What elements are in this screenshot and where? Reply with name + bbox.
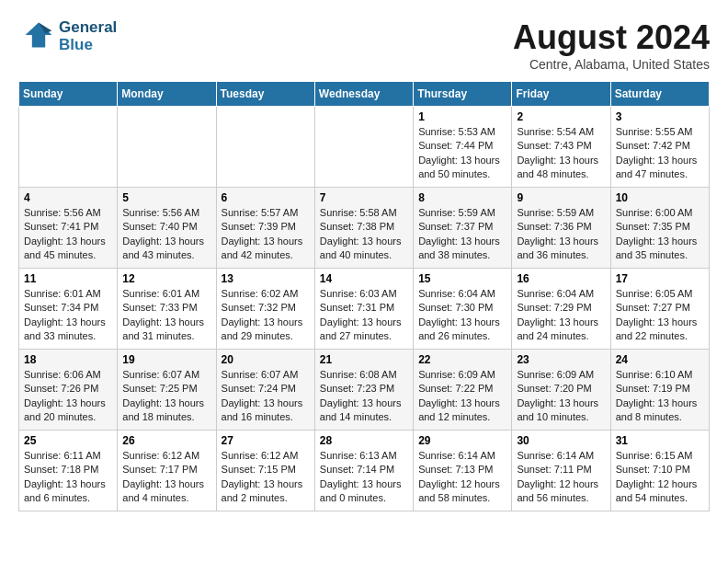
header-sunday: Sunday xyxy=(19,82,118,107)
header-monday: Monday xyxy=(118,82,216,107)
day-info: Sunrise: 6:15 AM Sunset: 7:10 PM Dayligh… xyxy=(616,449,704,506)
day-number: 28 xyxy=(320,434,408,447)
day-number: 5 xyxy=(122,191,210,204)
day-info: Sunrise: 5:57 AM Sunset: 7:39 PM Dayligh… xyxy=(222,206,310,263)
day-number: 10 xyxy=(616,191,704,204)
day-info: Sunrise: 5:58 AM Sunset: 7:38 PM Dayligh… xyxy=(320,206,408,263)
day-number: 24 xyxy=(616,353,704,366)
svg-marker-0 xyxy=(26,23,52,48)
day-number: 7 xyxy=(320,191,408,204)
calendar-body: 1Sunrise: 5:53 AM Sunset: 7:44 PM Daylig… xyxy=(19,107,710,511)
day-info: Sunrise: 6:14 AM Sunset: 7:11 PM Dayligh… xyxy=(517,449,605,506)
logo-text-line2: Blue xyxy=(59,37,117,54)
calendar-cell: 13Sunrise: 6:02 AM Sunset: 7:32 PM Dayli… xyxy=(216,269,314,350)
day-info: Sunrise: 6:14 AM Sunset: 7:13 PM Dayligh… xyxy=(418,449,506,506)
header-friday: Friday xyxy=(512,82,610,107)
calendar-cell: 8Sunrise: 5:59 AM Sunset: 7:37 PM Daylig… xyxy=(414,188,512,269)
header-wednesday: Wednesday xyxy=(314,82,413,107)
calendar-cell: 3Sunrise: 5:55 AM Sunset: 7:42 PM Daylig… xyxy=(610,107,709,188)
day-info: Sunrise: 6:12 AM Sunset: 7:15 PM Dayligh… xyxy=(222,449,310,506)
day-number: 18 xyxy=(24,353,112,366)
logo-icon xyxy=(22,18,55,52)
day-number: 22 xyxy=(418,353,506,366)
day-info: Sunrise: 5:55 AM Sunset: 7:42 PM Dayligh… xyxy=(616,125,704,182)
calendar-title: August 2024 xyxy=(513,18,710,57)
day-number: 14 xyxy=(320,272,408,285)
day-number: 29 xyxy=(418,434,506,447)
calendar-cell: 25Sunrise: 6:11 AM Sunset: 7:18 PM Dayli… xyxy=(19,431,118,511)
calendar-cell: 17Sunrise: 6:05 AM Sunset: 7:27 PM Dayli… xyxy=(610,269,709,350)
calendar-cell: 18Sunrise: 6:06 AM Sunset: 7:26 PM Dayli… xyxy=(19,350,118,431)
day-number: 4 xyxy=(24,191,112,204)
calendar-cell: 7Sunrise: 5:58 AM Sunset: 7:38 PM Daylig… xyxy=(314,188,413,269)
calendar-header: SundayMondayTuesdayWednesdayThursdayFrid… xyxy=(19,82,710,107)
day-info: Sunrise: 5:54 AM Sunset: 7:43 PM Dayligh… xyxy=(517,125,605,182)
day-number: 30 xyxy=(517,434,605,447)
day-number: 17 xyxy=(616,272,704,285)
day-info: Sunrise: 6:06 AM Sunset: 7:26 PM Dayligh… xyxy=(24,368,112,425)
day-info: Sunrise: 6:07 AM Sunset: 7:25 PM Dayligh… xyxy=(122,368,210,425)
day-info: Sunrise: 6:12 AM Sunset: 7:17 PM Dayligh… xyxy=(122,449,210,506)
calendar-cell: 9Sunrise: 5:59 AM Sunset: 7:36 PM Daylig… xyxy=(512,188,610,269)
week-row-1: 1Sunrise: 5:53 AM Sunset: 7:44 PM Daylig… xyxy=(19,107,710,188)
day-number: 15 xyxy=(418,272,506,285)
header-tuesday: Tuesday xyxy=(216,82,314,107)
day-info: Sunrise: 6:01 AM Sunset: 7:34 PM Dayligh… xyxy=(24,287,112,344)
calendar-cell xyxy=(216,107,314,188)
day-info: Sunrise: 5:59 AM Sunset: 7:36 PM Dayligh… xyxy=(517,206,605,263)
day-info: Sunrise: 6:13 AM Sunset: 7:14 PM Dayligh… xyxy=(320,449,408,506)
day-info: Sunrise: 5:56 AM Sunset: 7:41 PM Dayligh… xyxy=(24,206,112,263)
logo-text-line1: General xyxy=(59,19,117,37)
day-info: Sunrise: 6:07 AM Sunset: 7:24 PM Dayligh… xyxy=(222,368,310,425)
day-info: Sunrise: 6:09 AM Sunset: 7:22 PM Dayligh… xyxy=(418,368,506,425)
day-info: Sunrise: 6:09 AM Sunset: 7:20 PM Dayligh… xyxy=(517,368,605,425)
week-row-2: 4Sunrise: 5:56 AM Sunset: 7:41 PM Daylig… xyxy=(19,188,710,269)
calendar-cell xyxy=(118,107,216,188)
calendar-cell: 16Sunrise: 6:04 AM Sunset: 7:29 PM Dayli… xyxy=(512,269,610,350)
calendar-cell: 12Sunrise: 6:01 AM Sunset: 7:33 PM Dayli… xyxy=(118,269,216,350)
calendar-cell: 24Sunrise: 6:10 AM Sunset: 7:19 PM Dayli… xyxy=(610,350,709,431)
day-number: 6 xyxy=(222,191,310,204)
day-number: 12 xyxy=(122,272,210,285)
calendar-cell: 26Sunrise: 6:12 AM Sunset: 7:17 PM Dayli… xyxy=(118,431,216,511)
day-number: 8 xyxy=(418,191,506,204)
calendar-cell: 31Sunrise: 6:15 AM Sunset: 7:10 PM Dayli… xyxy=(610,431,709,511)
calendar-cell: 27Sunrise: 6:12 AM Sunset: 7:15 PM Dayli… xyxy=(216,431,314,511)
calendar-table: SundayMondayTuesdayWednesdayThursdayFrid… xyxy=(18,81,710,511)
calendar-cell: 30Sunrise: 6:14 AM Sunset: 7:11 PM Dayli… xyxy=(512,431,610,511)
calendar-subtitle: Centre, Alabama, United States xyxy=(513,57,710,72)
calendar-cell: 14Sunrise: 6:03 AM Sunset: 7:31 PM Dayli… xyxy=(314,269,413,350)
day-info: Sunrise: 5:59 AM Sunset: 7:37 PM Dayligh… xyxy=(418,206,506,263)
week-row-5: 25Sunrise: 6:11 AM Sunset: 7:18 PM Dayli… xyxy=(19,431,710,511)
calendar-cell xyxy=(314,107,413,188)
calendar-cell: 20Sunrise: 6:07 AM Sunset: 7:24 PM Dayli… xyxy=(216,350,314,431)
day-number: 16 xyxy=(517,272,605,285)
day-info: Sunrise: 6:05 AM Sunset: 7:27 PM Dayligh… xyxy=(616,287,704,344)
day-number: 3 xyxy=(616,110,704,123)
week-row-4: 18Sunrise: 6:06 AM Sunset: 7:26 PM Dayli… xyxy=(19,350,710,431)
day-number: 25 xyxy=(24,434,112,447)
header-saturday: Saturday xyxy=(610,82,709,107)
calendar-cell: 15Sunrise: 6:04 AM Sunset: 7:30 PM Dayli… xyxy=(414,269,512,350)
calendar-cell: 22Sunrise: 6:09 AM Sunset: 7:22 PM Dayli… xyxy=(414,350,512,431)
day-number: 19 xyxy=(122,353,210,366)
calendar-cell: 6Sunrise: 5:57 AM Sunset: 7:39 PM Daylig… xyxy=(216,188,314,269)
logo: General Blue xyxy=(18,18,117,55)
day-info: Sunrise: 5:56 AM Sunset: 7:40 PM Dayligh… xyxy=(122,206,210,263)
calendar-cell: 10Sunrise: 6:00 AM Sunset: 7:35 PM Dayli… xyxy=(610,188,709,269)
day-number: 23 xyxy=(517,353,605,366)
day-number: 27 xyxy=(222,434,310,447)
day-number: 26 xyxy=(122,434,210,447)
day-number: 1 xyxy=(418,110,506,123)
day-info: Sunrise: 6:04 AM Sunset: 7:29 PM Dayligh… xyxy=(517,287,605,344)
calendar-cell xyxy=(19,107,118,188)
page-header: General Blue August 2024 Centre, Alabama… xyxy=(18,18,710,72)
day-number: 31 xyxy=(616,434,704,447)
day-number: 13 xyxy=(222,272,310,285)
day-info: Sunrise: 6:00 AM Sunset: 7:35 PM Dayligh… xyxy=(616,206,704,263)
day-info: Sunrise: 6:10 AM Sunset: 7:19 PM Dayligh… xyxy=(616,368,704,425)
day-info: Sunrise: 6:08 AM Sunset: 7:23 PM Dayligh… xyxy=(320,368,408,425)
calendar-cell: 23Sunrise: 6:09 AM Sunset: 7:20 PM Dayli… xyxy=(512,350,610,431)
day-info: Sunrise: 5:53 AM Sunset: 7:44 PM Dayligh… xyxy=(418,125,506,182)
calendar-cell: 1Sunrise: 5:53 AM Sunset: 7:44 PM Daylig… xyxy=(414,107,512,188)
